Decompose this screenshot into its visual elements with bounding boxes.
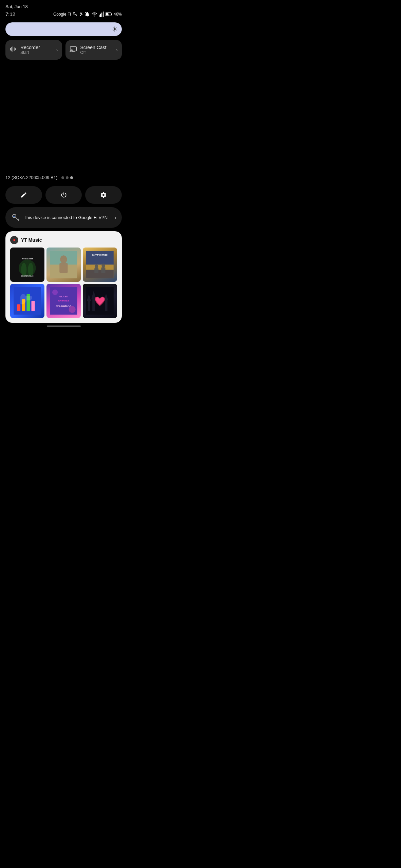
svg-point-28 [28,263,34,276]
svg-rect-14 [14,47,15,51]
svg-rect-5 [100,14,101,17]
svg-rect-47 [32,301,35,311]
svg-rect-6 [101,13,102,17]
brightness-slider[interactable]: ☀ [5,22,122,36]
media-app-name: YT Music [21,237,42,243]
svg-rect-59 [105,300,108,311]
svg-rect-37 [86,270,114,278]
media-card[interactable]: YT Music West Coast ONEREPUBLIC [5,231,122,323]
edit-button[interactable] [5,186,42,204]
time-display: 7:12 [5,11,15,17]
svg-point-27 [21,263,26,276]
svg-point-33 [60,255,67,263]
svg-text:West Coast: West Coast [22,258,33,260]
brightness-icon: ☀ [112,25,118,33]
dot-2 [66,176,69,179]
home-bar-container [0,323,127,328]
album-item[interactable] [10,284,44,318]
recorder-icon [9,45,17,55]
svg-rect-15 [15,48,16,50]
svg-rect-7 [103,12,103,17]
silent-icon [84,12,90,17]
svg-text:ONEREPUBLIC: ONEREPUBLIC [21,275,34,277]
svg-rect-44 [17,304,20,311]
vpn-banner[interactable]: G This device is connected to Google Fi … [5,207,122,228]
screencast-title: Screen Cast [80,45,113,50]
svg-line-20 [18,219,19,220]
svg-text:ANIMALS: ANIMALS [58,300,69,302]
recorder-text: Recorder Start [20,45,53,55]
svg-rect-57 [92,299,95,311]
svg-rect-12 [12,47,12,51]
ytmusic-logo [10,236,18,244]
media-header: YT Music [10,236,117,244]
recorder-arrow: › [56,47,58,53]
vpn-text: This device is connected to Google Fi VP… [24,215,111,220]
svg-rect-34 [59,263,68,273]
dot-3 [70,176,73,179]
vpn-google-icon: G [11,212,20,223]
vpn-arrow-icon: › [115,215,116,221]
screencast-text: Screen Cast Off [80,45,113,55]
svg-rect-10 [106,13,108,15]
svg-line-2 [76,15,77,15]
album-item[interactable]: West Coast ONEREPUBLIC [10,248,44,282]
screencast-tile[interactable]: Screen Cast Off › [65,40,122,60]
battery-icon [106,12,112,17]
svg-rect-4 [99,15,99,17]
dot-1 [61,176,64,179]
screencast-icon [70,45,77,55]
svg-text:G: G [13,215,15,218]
svg-rect-11 [10,48,11,50]
empty-space [0,64,127,172]
album-item[interactable] [46,248,81,282]
power-button[interactable] [45,186,82,204]
status-bar: Sat, Jun 18 7:12 Google Fi [0,0,127,18]
svg-point-0 [73,12,75,14]
svg-rect-39 [94,268,98,273]
svg-rect-41 [101,268,106,273]
build-version: 12 (SQ3A.220605.009.B1) [5,175,57,180]
build-row: 12 (SQ3A.220605.009.B1) [0,172,127,183]
album-item[interactable] [83,284,117,318]
screencast-subtitle: Off [80,50,113,55]
recorder-tile[interactable]: Recorder Start › [5,40,62,60]
svg-point-53 [69,306,76,313]
svg-point-52 [52,290,58,295]
screencast-arrow: › [116,47,118,53]
page-dots [61,176,73,179]
svg-text:I AIN'T WORRIED: I AIN'T WORRIED [92,254,108,256]
svg-point-38 [95,264,98,268]
svg-text:dreamland: dreamland [56,304,72,308]
battery-percent: 46% [114,12,122,17]
wifi-icon [91,12,97,17]
status-icons: Google Fi [53,12,122,17]
recorder-title: Recorder [20,45,53,50]
album-item[interactable]: I AIN'T WORRIED [83,248,117,282]
svg-rect-13 [13,46,13,52]
signal-icon [99,12,104,17]
svg-text:GLASS: GLASS [59,295,68,298]
svg-rect-9 [111,13,112,15]
album-item[interactable]: GLASS ANIMALS dreamland [46,284,81,318]
svg-point-17 [70,51,71,52]
svg-rect-55 [88,301,90,311]
album-grid: West Coast ONEREPUBLIC [10,248,117,318]
quick-tiles-container: Recorder Start › Screen Cast Off › [5,40,122,60]
vpn-key-icon [72,12,78,17]
settings-button[interactable] [85,186,122,204]
svg-point-40 [102,263,105,268]
date-display: Sat, Jun 18 [5,4,122,9]
recorder-subtitle: Start [20,50,53,55]
home-bar [47,326,81,327]
bluetooth-icon [79,12,83,17]
action-buttons [5,186,122,204]
carrier-label: Google Fi [53,12,71,17]
